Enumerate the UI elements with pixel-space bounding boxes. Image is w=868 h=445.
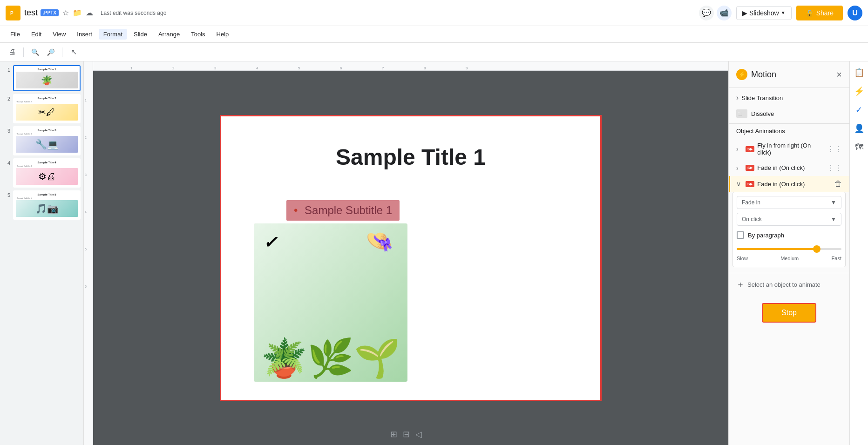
- slide-thumb-2[interactable]: 2 Sample Title 2 • Sample Subtitle 2 ✂🖊: [3, 94, 81, 123]
- image-inner: ✓ 👒 🪴🌿🌱: [254, 223, 407, 382]
- yellow-marker: [729, 176, 730, 192]
- ruler-mark: 9: [466, 66, 468, 70]
- ruler-mark: 7: [382, 66, 384, 70]
- anim-badge-1: S▶: [746, 146, 754, 152]
- menu-file[interactable]: File: [6, 29, 25, 40]
- motion-title: Motion: [751, 70, 833, 80]
- plant-decoration: 🪴🌿🌱: [261, 340, 400, 377]
- transition-dissolve-row[interactable]: ⬜ Dissolve: [729, 106, 849, 121]
- slide-preview-4[interactable]: Sample Title 4 • Sample Subtitle 4 ⚙🖨: [13, 158, 81, 188]
- slide-3-title: Sample Title 3: [16, 129, 78, 132]
- menu-insert[interactable]: Insert: [72, 29, 97, 40]
- sidebar-check-icon[interactable]: ✓: [852, 102, 867, 117]
- anim-effect-label: Fade in: [742, 199, 760, 206]
- slide-2-title: Sample Title 2: [16, 97, 78, 100]
- sidebar-map-icon[interactable]: 🗺: [852, 140, 867, 155]
- by-paragraph-checkbox[interactable]: [737, 231, 744, 239]
- ruler-mark: 3: [214, 66, 216, 70]
- animation-row-3[interactable]: ∨ S▶ Fade in (On click) 🗑: [729, 176, 849, 192]
- slide-transition-label: Slide Transition: [741, 94, 783, 101]
- slideshow-button[interactable]: ▶ Slideshow ▼: [736, 6, 792, 20]
- slide-2-subtitle: • Sample Subtitle 2: [16, 101, 78, 103]
- slide-preview-2[interactable]: Sample Title 2 • Sample Subtitle 2 ✂🖊: [13, 94, 81, 123]
- anim-effect-select[interactable]: Fade in ▼: [737, 196, 841, 209]
- stop-button[interactable]: Stop: [762, 303, 816, 323]
- slide-num-5: 5: [3, 192, 10, 198]
- app-logo: P: [6, 6, 20, 20]
- speed-labels: Slow Medium Fast: [737, 256, 841, 261]
- slide-3-subtitle: • Sample Subtitle 3: [16, 133, 78, 135]
- motion-header: ⚡ Motion ×: [729, 61, 849, 88]
- slide-thumb-3[interactable]: 3 Sample Title 3 • Sample Subtitle 3 🔧💻: [3, 126, 81, 155]
- menu-view[interactable]: View: [48, 29, 70, 40]
- anim-delete-3-button[interactable]: 🗑: [834, 180, 842, 188]
- menu-tools[interactable]: Tools: [186, 29, 210, 40]
- slide-thumb-1[interactable]: 1 Sample Title 1 🪴: [3, 65, 81, 91]
- anim-drag-1-icon[interactable]: ⋮⋮: [827, 145, 842, 154]
- anim-drag-2-icon[interactable]: ⋮⋮: [827, 163, 842, 172]
- slide-preview-1[interactable]: Sample Title 1 🪴: [13, 65, 81, 91]
- animation-row-2[interactable]: › S▶ Fade in (On click) ⋮⋮: [729, 160, 849, 176]
- slide-num-1: 1: [3, 67, 10, 73]
- folder-icon[interactable]: 📁: [73, 8, 82, 17]
- slide-preview-3[interactable]: Sample Title 3 • Sample Subtitle 3 🔧💻: [13, 126, 81, 155]
- zoom-out-button[interactable]: 🔍: [28, 46, 41, 59]
- motion-icon: ⚡: [736, 69, 747, 80]
- slide-5-image: 🎵📷: [16, 200, 78, 217]
- anim-trigger-select[interactable]: On click ▼: [737, 213, 841, 226]
- menu-format[interactable]: Format: [99, 29, 127, 40]
- ruler-horizontal: 1 2 3 4 5 6 7 8 9: [84, 61, 728, 71]
- slide-preview-5[interactable]: Sample Title 5 • Sample Subtitle 5 🎵📷: [13, 190, 81, 220]
- add-animate-label: Select an object to animate: [747, 281, 821, 288]
- star-icon[interactable]: ☆: [62, 8, 69, 17]
- slide-thumb-4[interactable]: 4 Sample Title 4 • Sample Subtitle 4 ⚙🖨: [3, 158, 81, 188]
- slide-thumb-5[interactable]: 5 Sample Title 5 • Sample Subtitle 5 🎵📷: [3, 190, 81, 220]
- ruler-mark: 4: [256, 66, 258, 70]
- transition-dissolve-label: Dissolve: [751, 110, 774, 117]
- sidebar-person-icon[interactable]: 👤: [852, 121, 867, 136]
- meet-icon[interactable]: 📹: [717, 6, 732, 20]
- grid-view-icon[interactable]: ⊞: [390, 429, 397, 439]
- slide-transition-header: › Slide Transition: [729, 88, 849, 106]
- user-avatar[interactable]: U: [848, 6, 862, 20]
- cloud-icon[interactable]: ☁: [86, 8, 93, 17]
- ruler-mark: 2: [172, 66, 174, 70]
- speed-slow-label: Slow: [737, 256, 748, 261]
- sidebar-motion-icon[interactable]: ⚡: [852, 84, 867, 99]
- anim-label-3: Fade in (On click): [757, 181, 832, 188]
- slide-num-4: 4: [3, 160, 10, 166]
- nike-logo: ✓: [263, 233, 277, 252]
- anim-chevron-1-icon: ›: [736, 145, 743, 153]
- main-layout: 1 Sample Title 1 🪴 2 Sample Title 2 • Sa…: [0, 61, 868, 445]
- slide-4-image: ⚙🖨: [16, 168, 78, 185]
- anim-chevron-2-icon: ›: [736, 164, 743, 172]
- canvas-image: ✓ 👒 🪴🌿🌱: [254, 223, 407, 382]
- filmstrip-icon[interactable]: ⊟: [403, 429, 410, 439]
- comments-icon[interactable]: 💬: [699, 6, 714, 20]
- speed-slider-thumb[interactable]: [813, 245, 821, 253]
- slide-num-3: 3: [3, 128, 10, 134]
- anim-trigger-chevron-icon: ▼: [831, 216, 836, 222]
- toolbar-sep-2: [62, 47, 62, 57]
- menu-slide[interactable]: Slide: [129, 29, 152, 40]
- slide-5-title: Sample Title 5: [16, 193, 78, 196]
- zoom-in-button[interactable]: 🔍: [44, 46, 57, 59]
- cursor-button[interactable]: ↖: [67, 46, 80, 59]
- add-animate-row[interactable]: ＋ Select an object to animate: [729, 273, 849, 296]
- by-paragraph-row: By paragraph: [737, 229, 841, 241]
- motion-close-button[interactable]: ×: [836, 70, 842, 79]
- menu-edit[interactable]: Edit: [27, 29, 46, 40]
- svg-text:⬜: ⬜: [738, 112, 742, 116]
- menu-arrange[interactable]: Arrange: [154, 29, 184, 40]
- transition-chevron-icon[interactable]: ›: [736, 94, 739, 102]
- toolbar-sep-1: [23, 47, 24, 57]
- speed-medium-label: Medium: [780, 256, 799, 261]
- animation-row-1[interactable]: › S▶ Fly in from right (On click) ⋮⋮: [729, 138, 849, 160]
- menu-help[interactable]: Help: [212, 29, 234, 40]
- print-button[interactable]: 🖨: [6, 46, 19, 59]
- collapse-panel-icon[interactable]: ◁: [415, 429, 422, 439]
- slide-3-image: 🔧💻: [16, 136, 78, 153]
- sidebar-slides-icon[interactable]: 📋: [852, 65, 867, 80]
- share-button[interactable]: 🔒 Share: [796, 6, 843, 20]
- ruler-mark: 6: [340, 66, 342, 70]
